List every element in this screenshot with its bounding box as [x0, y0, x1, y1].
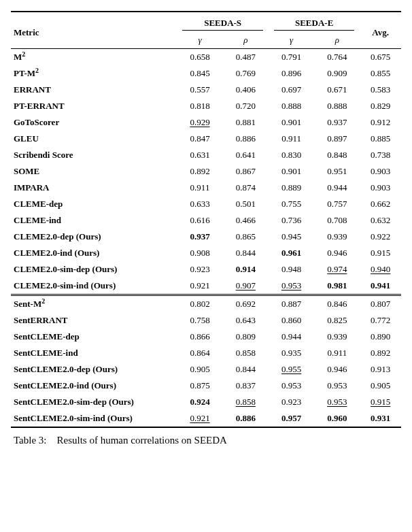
table-cell: 0.858	[223, 345, 269, 361]
table-cell: 0.855	[360, 65, 401, 82]
table-cell: 0.772	[360, 312, 401, 329]
table-cell: 0.888	[269, 98, 314, 114]
table-row: ERRANT0.5570.4060.6970.6710.583	[11, 82, 401, 98]
metric-name: CLEME2.0-sim-dep (Ours)	[11, 261, 177, 278]
table-cell: 0.911	[177, 180, 222, 196]
value: 0.953	[324, 380, 350, 391]
table-cell: 0.939	[314, 229, 360, 245]
table-cell: 0.923	[269, 394, 314, 410]
table-cell: 0.929	[177, 114, 222, 131]
value: 0.671	[324, 84, 350, 95]
value: 0.809	[233, 331, 258, 342]
table-cell: 0.845	[177, 65, 222, 82]
table-cell: 0.864	[177, 345, 222, 361]
table-cell: 0.953	[269, 278, 314, 295]
table-row: CLEME2.0-sim-ind (Ours)0.9210.9070.9530.…	[11, 278, 401, 295]
value: 0.845	[187, 68, 213, 79]
table-row: SentCLEME-dep0.8660.8090.9440.9390.890	[11, 329, 401, 345]
table-cell: 0.945	[269, 229, 314, 245]
value: 0.641	[233, 150, 258, 161]
cmidrule-e	[274, 30, 355, 31]
header-group-seeda-s-label: SEEDA-S	[204, 18, 241, 28]
table-cell: 0.658	[177, 49, 222, 66]
table-cell: 0.909	[314, 65, 360, 82]
value: 0.903	[368, 166, 394, 177]
table-row: GoToScorer0.9290.8810.9010.9370.912	[11, 114, 401, 131]
header-e-rho: ρ	[314, 32, 360, 49]
table-cell: 0.953	[314, 394, 360, 410]
table-row: SentCLEME2.0-sim-ind (Ours)0.9210.8860.9…	[11, 410, 401, 427]
table-cell: 0.633	[177, 196, 222, 212]
table-cell: 0.957	[269, 410, 314, 427]
table-cell: 0.974	[314, 261, 360, 278]
value: 0.915	[368, 248, 394, 259]
table-cell: 0.738	[360, 147, 401, 163]
table-row: PT-ERRANT0.8180.7200.8880.8880.829	[11, 98, 401, 114]
table-cell: 0.955	[269, 361, 314, 378]
table-cell: 0.881	[223, 114, 269, 131]
value: 0.939	[324, 231, 350, 242]
value: 0.912	[368, 117, 394, 128]
value: 0.901	[279, 117, 305, 128]
table-row: M20.6580.4870.7910.7640.675	[11, 49, 401, 66]
table-row: CLEME2.0-sim-dep (Ours)0.9230.9140.9480.…	[11, 261, 401, 278]
table-cell: 0.913	[360, 361, 401, 378]
metric-name: CLEME2.0-ind (Ours)	[11, 245, 177, 261]
table-cell: 0.961	[269, 245, 314, 261]
table-cell: 0.944	[314, 180, 360, 196]
value: 0.901	[279, 166, 305, 177]
value: 0.865	[233, 231, 258, 242]
table-cell: 0.616	[177, 212, 222, 229]
table-cell: 0.946	[314, 361, 360, 378]
table-cell: 0.905	[360, 378, 401, 394]
metric-name: SentERRANT	[11, 312, 177, 329]
value: 0.946	[324, 248, 350, 259]
table-cell: 0.720	[223, 98, 269, 114]
value: 0.791	[279, 52, 305, 63]
table-cell: 0.769	[223, 65, 269, 82]
metric-name: GoToScorer	[11, 114, 177, 131]
value: 0.632	[368, 215, 394, 226]
table-cell: 0.643	[223, 312, 269, 329]
table-cell: 0.885	[360, 131, 401, 147]
table-cell: 0.892	[360, 345, 401, 361]
metric-name: CLEME2.0-sim-ind (Ours)	[11, 278, 177, 295]
metric-name: SentCLEME-ind	[11, 345, 177, 361]
table-cell: 0.915	[360, 245, 401, 261]
value: 0.675	[368, 52, 394, 63]
table-cell: 0.953	[314, 378, 360, 394]
value: 0.720	[233, 101, 258, 112]
metric-name: SentCLEME2.0-sim-dep (Ours)	[11, 394, 177, 410]
value: 0.633	[187, 199, 213, 210]
value: 0.922	[368, 231, 394, 242]
value: 0.697	[279, 84, 305, 95]
value: 0.905	[368, 380, 394, 391]
value: 0.897	[324, 133, 350, 144]
value: 0.855	[368, 68, 394, 79]
value: 0.914	[233, 264, 258, 275]
value: 0.802	[187, 299, 213, 310]
value: 0.935	[279, 348, 305, 359]
table-row: CLEME-ind0.6160.4660.7360.7080.632	[11, 212, 401, 229]
table-cell: 0.922	[360, 229, 401, 245]
table-cell: 0.939	[314, 329, 360, 345]
table-cell: 0.692	[223, 295, 269, 313]
table-row: Sent-M20.8020.6920.8870.8460.807	[11, 295, 401, 313]
table-cell: 0.941	[360, 278, 401, 295]
value: 0.708	[324, 215, 350, 226]
table-cell: 0.757	[314, 196, 360, 212]
table-cell: 0.981	[314, 278, 360, 295]
value: 0.907	[233, 280, 258, 291]
table-row: PT-M20.8450.7690.8960.9090.855	[11, 65, 401, 82]
metric-name: Sent-M2	[11, 295, 177, 313]
value: 0.557	[187, 84, 213, 95]
table-cell: 0.632	[360, 212, 401, 229]
table-cell: 0.860	[269, 312, 314, 329]
caption-text: Results of human correlations on SEEDA	[57, 435, 227, 446]
table-cell: 0.758	[177, 312, 222, 329]
value: 0.487	[233, 52, 258, 63]
table-cell: 0.908	[177, 245, 222, 261]
metric-name: CLEME2.0-dep (Ours)	[11, 229, 177, 245]
table-cell: 0.809	[223, 329, 269, 345]
header-metric: Metric	[11, 12, 177, 49]
